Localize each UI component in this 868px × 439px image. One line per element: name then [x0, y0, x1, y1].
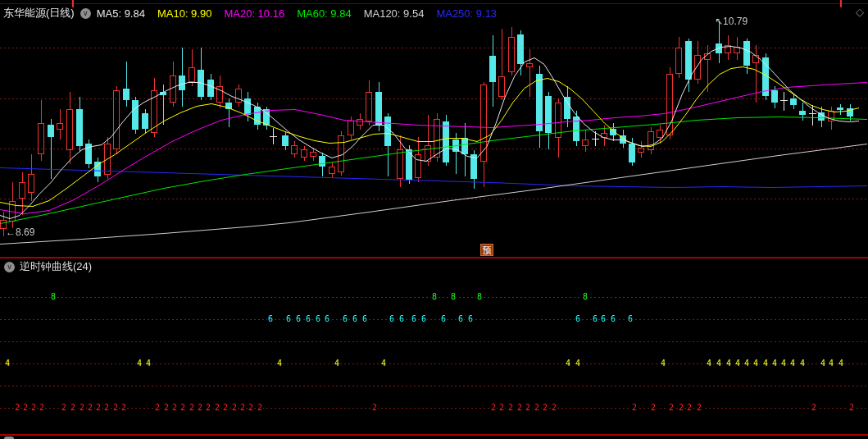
phase-number-2: 2: [39, 403, 45, 412]
ma-label-1: MA10: 9.90: [157, 7, 212, 20]
indicator-title: 逆时钟曲线(24): [20, 259, 92, 274]
phase-number-6: 6: [398, 314, 405, 323]
phase-number-6: 6: [420, 314, 427, 323]
phase-number-2: 2: [371, 403, 378, 412]
phase-number-2: 2: [516, 403, 523, 412]
phase-number-4: 4: [789, 359, 796, 368]
phase-number-2: 2: [112, 403, 119, 412]
phase-number-2: 2: [154, 403, 161, 412]
panel-divider-line[interactable]: [0, 434, 868, 436]
phase-number-2: 2: [103, 403, 110, 412]
phase-number-6: 6: [361, 314, 368, 323]
chart-canvas[interactable]: [0, 0, 868, 439]
phase-number-4: 4: [145, 359, 152, 368]
phase-number-6: 6: [389, 314, 395, 323]
phase-number-4: 4: [575, 359, 581, 368]
stock-title: 东华能源(日线): [3, 6, 75, 21]
collapse-chevron-icon[interactable]: ∨: [4, 262, 15, 272]
phase-number-6: 6: [575, 314, 581, 323]
phase-number-6: 6: [305, 314, 311, 323]
notice-badge[interactable]: 预: [480, 244, 493, 256]
phase-number-6: 6: [267, 314, 274, 323]
phase-number-2: 2: [231, 403, 238, 412]
phase-number-4: 4: [136, 359, 143, 368]
low-price-label: ←8.69: [6, 226, 34, 238]
phase-number-2: 2: [87, 403, 93, 412]
phase-number-6: 6: [315, 314, 321, 323]
ma-label-5: MA250: 9.13: [436, 7, 497, 20]
phase-number-8: 8: [476, 292, 483, 301]
phase-number-4: 4: [828, 359, 834, 368]
phase-number-2: 2: [30, 403, 37, 412]
stock-chart-window: 东华能源(日线) ∨ MA5: 9.84 MA10: 9.90 MA20: 10…: [0, 0, 868, 439]
phase-number-4: 4: [838, 359, 844, 368]
phase-number-2: 2: [163, 403, 170, 412]
phase-number-6: 6: [342, 314, 348, 323]
phase-number-2: 2: [189, 403, 195, 412]
phase-number-2: 2: [696, 403, 702, 412]
phase-number-2: 2: [239, 403, 246, 412]
phase-number-6: 6: [324, 314, 330, 323]
phase-number-2: 2: [214, 403, 220, 412]
phase-number-8: 8: [50, 292, 57, 301]
ma-label-2: MA20: 10.16: [224, 7, 284, 20]
phase-number-2: 2: [507, 403, 514, 412]
phase-number-2: 2: [686, 403, 693, 412]
collapse-chevron-icon[interactable]: ∨: [80, 8, 91, 19]
phase-number-2: 2: [95, 403, 102, 412]
phase-number-2: 2: [650, 403, 657, 412]
phase-number-8: 8: [582, 292, 589, 301]
phase-number-6: 6: [285, 314, 292, 323]
scroll-diamond-icon[interactable]: ◇: [856, 6, 864, 18]
phase-number-2: 2: [498, 403, 505, 412]
phase-number-6: 6: [610, 314, 616, 323]
phase-number-4: 4: [716, 359, 722, 368]
ruler-tick-icon: [840, 0, 842, 7]
phase-number-2: 2: [248, 403, 254, 412]
phase-number-4: 4: [752, 359, 759, 368]
phase-number-4: 4: [706, 359, 712, 368]
phase-number-2: 2: [120, 403, 127, 412]
phase-number-6: 6: [600, 314, 607, 323]
ma-label-4: MA120: 9.54: [364, 7, 425, 20]
phase-number-4: 4: [660, 359, 666, 368]
chart-header: 东华能源(日线) ∨ MA5: 9.84 MA10: 9.90 MA20: 10…: [3, 6, 497, 21]
phase-number-4: 4: [565, 359, 571, 368]
phase-number-6: 6: [295, 314, 302, 323]
phase-number-4: 4: [380, 359, 387, 368]
phase-number-2: 2: [542, 403, 548, 412]
phase-number-2: 2: [222, 403, 229, 412]
phase-number-2: 2: [61, 403, 67, 412]
ma-label-3: MA60: 9.84: [297, 7, 352, 20]
phase-number-2: 2: [205, 403, 211, 412]
phase-number-2: 2: [257, 403, 263, 412]
phase-number-4: 4: [820, 359, 826, 368]
indicator-header: ∨ 逆时钟曲线(24): [4, 259, 92, 274]
phase-number-2: 2: [631, 403, 638, 412]
phase-number-2: 2: [180, 403, 186, 412]
phase-number-4: 4: [4, 359, 11, 368]
phase-number-4: 4: [743, 359, 750, 368]
phase-number-2: 2: [171, 403, 178, 412]
high-price-label: ↖10.79: [715, 16, 748, 27]
phase-number-2: 2: [678, 403, 684, 412]
phase-number-6: 6: [411, 314, 417, 323]
phase-number-4: 4: [725, 359, 732, 368]
phase-number-2: 2: [79, 403, 85, 412]
phase-number-4: 4: [799, 359, 806, 368]
phase-number-4: 4: [771, 359, 778, 368]
ma-label-0: MA5: 9.84: [97, 7, 145, 20]
phase-number-6: 6: [627, 314, 634, 323]
phase-number-2: 2: [525, 403, 531, 412]
phase-number-6: 6: [440, 314, 447, 323]
phase-number-4: 4: [734, 359, 741, 368]
phase-number-2: 2: [551, 403, 557, 412]
phase-number-6: 6: [457, 314, 464, 323]
phase-number-2: 2: [197, 403, 203, 412]
phase-number-6: 6: [592, 314, 598, 323]
phase-number-4: 4: [276, 359, 283, 368]
phase-number-4: 4: [762, 359, 769, 368]
panel-divider-line[interactable]: [0, 257, 868, 258]
phase-number-6: 6: [352, 314, 358, 323]
top-border-line: [0, 3, 868, 4]
